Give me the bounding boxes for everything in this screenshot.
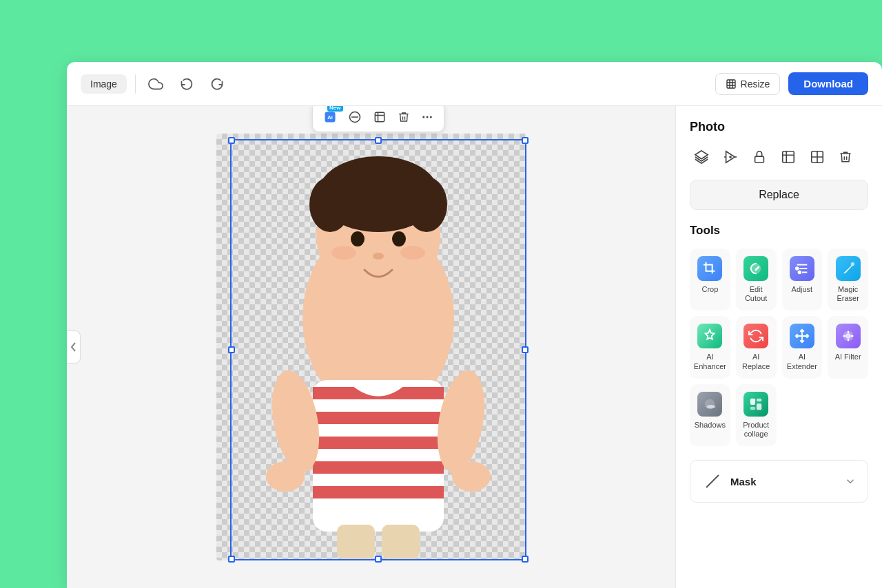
main-content: AI New: [67, 106, 882, 588]
resize-button[interactable]: Resize: [715, 73, 781, 95]
edit-cutout-tool[interactable]: Edit Cutout: [736, 249, 777, 311]
svg-rect-35: [755, 156, 764, 162]
layers-button[interactable]: [690, 145, 713, 169]
magic-eraser-icon: [836, 256, 861, 281]
svg-point-6: [406, 177, 447, 232]
more-icon: [421, 111, 433, 123]
ai-replace-icon: [743, 324, 768, 348]
shadows-label: Shadows: [695, 421, 726, 430]
remove-bg-icon: [348, 110, 362, 124]
panel-title: Photo: [690, 120, 868, 134]
replace-button[interactable]: Replace: [690, 180, 868, 210]
new-badge: New: [327, 106, 342, 112]
flip-button[interactable]: [806, 145, 829, 169]
ai-extender-tool[interactable]: AI Extender: [782, 316, 823, 378]
svg-rect-0: [727, 80, 735, 88]
svg-rect-24: [382, 525, 420, 559]
svg-rect-20: [365, 291, 392, 318]
svg-point-30: [426, 116, 428, 118]
floating-toolbar: AI New: [312, 106, 444, 132]
shadows-tool[interactable]: Shadows: [690, 384, 730, 446]
svg-rect-12: [313, 412, 444, 424]
resize-element-icon: [373, 110, 387, 124]
photo-layer: [230, 139, 526, 560]
delete-element-button[interactable]: [394, 107, 413, 127]
ai-icon: AI: [323, 110, 337, 124]
header: Image Resize Download: [67, 62, 882, 106]
image-container[interactable]: AI New: [216, 134, 526, 560]
magic-eraser-label: Magic Eraser: [831, 285, 865, 303]
download-button[interactable]: Download: [788, 72, 868, 95]
svg-text:AI: AI: [327, 114, 333, 120]
adjust-tool[interactable]: Adjust: [782, 249, 823, 311]
lock-button[interactable]: [748, 145, 771, 169]
lock-icon: [752, 149, 767, 165]
redo-icon: [210, 77, 224, 91]
ai-edit-button[interactable]: AI New: [320, 107, 340, 127]
resize-element-button[interactable]: [369, 107, 390, 127]
svg-rect-23: [337, 525, 375, 559]
ai-filter-icon: [836, 324, 861, 348]
undo-icon: [180, 77, 194, 91]
shadows-icon: [697, 392, 722, 417]
ai-enhancer-label: AI Enhancer: [693, 353, 727, 370]
crop-label: Crop: [701, 285, 718, 294]
layers-icon: [694, 149, 709, 165]
svg-point-21: [331, 246, 356, 260]
svg-point-41: [850, 262, 854, 266]
animate-button[interactable]: [719, 145, 742, 169]
product-collage-icon: [743, 392, 768, 417]
ai-enhancer-tool[interactable]: AI Enhancer: [690, 316, 730, 378]
delete-panel-button[interactable]: [834, 146, 857, 168]
edit-cutout-label: Edit Cutout: [739, 285, 773, 303]
mask-icon: [701, 470, 724, 492]
more-options-button[interactable]: [418, 107, 437, 127]
canvas-area: AI New: [67, 106, 675, 588]
ai-enhancer-icon: [697, 324, 722, 348]
position-icon: [781, 149, 796, 165]
position-button[interactable]: [777, 145, 800, 169]
svg-rect-15: [313, 486, 444, 498]
svg-rect-36: [783, 151, 794, 163]
cloud-icon: [148, 76, 163, 92]
ai-filter-tool[interactable]: AI Filter: [828, 316, 868, 378]
resize-icon: [726, 78, 737, 90]
mask-label: Mask: [730, 476, 837, 487]
ai-replace-label: AI Replace: [739, 353, 773, 370]
collapse-panel-button[interactable]: [67, 330, 81, 364]
ai-replace-tool[interactable]: AI Replace: [736, 316, 777, 378]
svg-point-8: [392, 231, 406, 246]
animate-icon: [723, 149, 738, 165]
svg-point-39: [796, 267, 799, 270]
cutout-icon: [743, 256, 768, 281]
trash-icon: [398, 111, 410, 123]
crop-tool[interactable]: Crop: [690, 249, 730, 311]
svg-point-34: [730, 156, 731, 158]
svg-rect-46: [750, 399, 755, 405]
magic-eraser-tool[interactable]: Magic Eraser: [828, 249, 868, 311]
product-collage-tool[interactable]: Product collage: [736, 384, 777, 446]
svg-point-19: [452, 461, 491, 492]
svg-rect-13: [313, 437, 444, 449]
svg-rect-14: [313, 461, 444, 474]
cloud-save-button[interactable]: [144, 72, 167, 96]
svg-point-45: [707, 405, 716, 409]
svg-point-22: [400, 246, 425, 260]
header-divider: [135, 74, 136, 94]
app-window: Image Resize Download: [67, 62, 882, 588]
svg-point-43: [845, 334, 850, 339]
ai-extender-icon: [790, 324, 814, 348]
image-tab[interactable]: Image: [81, 74, 127, 94]
icon-row: [690, 145, 868, 169]
tools-section-title: Tools: [690, 224, 868, 238]
adjust-label: Adjust: [792, 285, 813, 294]
undo-button[interactable]: [176, 73, 198, 95]
mask-section[interactable]: Mask: [690, 460, 868, 503]
svg-point-7: [351, 231, 365, 246]
flip-icon: [810, 149, 825, 165]
svg-point-29: [422, 116, 424, 118]
svg-rect-49: [750, 406, 755, 410]
redo-button[interactable]: [206, 73, 228, 95]
delete-icon: [839, 150, 852, 164]
remove-bg-button[interactable]: [345, 107, 365, 127]
